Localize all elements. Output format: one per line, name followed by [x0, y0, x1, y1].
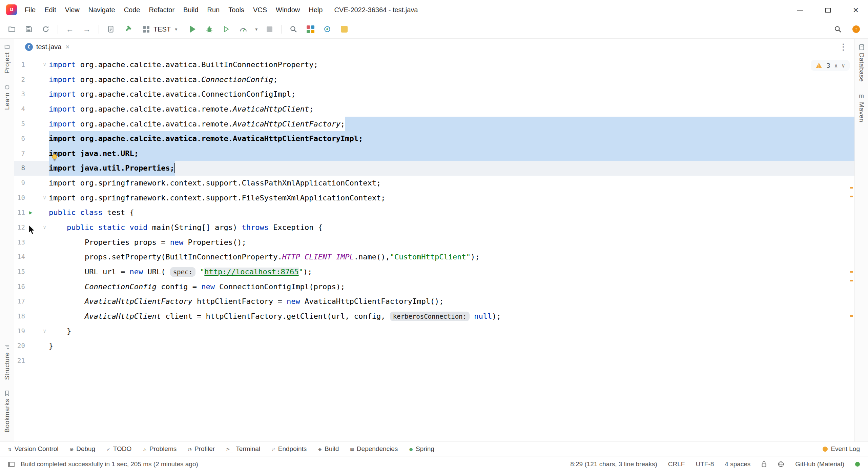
- code-line-6[interactable]: 6import org.apache.calcite.avatica.remot…: [14, 131, 854, 146]
- run-coverage-button[interactable]: [221, 24, 231, 34]
- tool-button-spring[interactable]: ●Spring: [409, 445, 434, 453]
- code-text[interactable]: import org.apache.calcite.avatica.BuiltI…: [49, 57, 854, 72]
- event-log-button[interactable]: Event Log: [823, 445, 860, 453]
- tool-button-profiler[interactable]: ◔Profiler: [188, 445, 215, 453]
- fold-icon[interactable]: ∨: [43, 324, 46, 339]
- read-only-lock-icon[interactable]: [761, 461, 767, 468]
- code-line-5[interactable]: 5import org.apache.calcite.avatica.remot…: [14, 117, 854, 132]
- ide-settings-globe-icon[interactable]: [778, 461, 784, 468]
- code-editor[interactable]: 1∨import org.apache.calcite.avatica.Buil…: [14, 55, 854, 441]
- tool-button-version-control[interactable]: ⇅Version Control: [8, 445, 59, 453]
- warning-mark[interactable]: [850, 271, 853, 273]
- code-text[interactable]: import java.util.Properties;: [49, 161, 854, 176]
- fold-icon[interactable]: ∨: [43, 57, 46, 72]
- run-configuration-select[interactable]: TEST ▾: [140, 24, 181, 35]
- menu-build[interactable]: Build: [179, 4, 203, 16]
- code-text[interactable]: public class test {: [49, 205, 854, 220]
- minimize-button[interactable]: [795, 10, 806, 11]
- code-line-14[interactable]: 14 props.setProperty(BuiltInConnectionPr…: [14, 250, 854, 264]
- code-text[interactable]: AvaticaHttpClient client = httpClientFac…: [49, 309, 854, 324]
- code-line-1[interactable]: 1∨import org.apache.calcite.avatica.Buil…: [14, 57, 854, 72]
- update-available-icon[interactable]: ↑: [851, 24, 861, 34]
- menu-run[interactable]: Run: [203, 4, 224, 16]
- code-line-15[interactable]: 15 URL url = new URL( spec: "http://loca…: [14, 264, 854, 279]
- code-text[interactable]: import org.apache.calcite.avatica.Connec…: [49, 87, 854, 102]
- sync-icon[interactable]: [41, 24, 51, 34]
- fold-icon[interactable]: ∨: [43, 191, 46, 205]
- code-line-11[interactable]: 11▶public class test {: [14, 205, 854, 220]
- code-line-17[interactable]: 17 AvaticaHttpClientFactory httpClientFa…: [14, 294, 854, 309]
- code-line-8[interactable]: 8import java.util.Properties;: [14, 161, 854, 176]
- tab-close-icon[interactable]: ×: [65, 43, 69, 51]
- menu-view[interactable]: View: [61, 4, 84, 16]
- code-text[interactable]: AvaticaHttpClientFactory httpClientFacto…: [49, 294, 854, 309]
- code-line-4[interactable]: 4import org.apache.calcite.avatica.remot…: [14, 102, 854, 117]
- menu-code[interactable]: Code: [120, 4, 145, 16]
- tool-button-debug[interactable]: ◉Debug: [70, 445, 96, 453]
- code-line-19[interactable]: 19∨ }: [14, 324, 854, 339]
- code-text[interactable]: }: [49, 338, 854, 353]
- code-line-9[interactable]: 9import org.springframework.context.supp…: [14, 176, 854, 191]
- tool-button-todo[interactable]: ✓TODO: [107, 445, 131, 453]
- load-changes-icon[interactable]: [106, 24, 116, 34]
- profiler-button[interactable]: [238, 24, 248, 34]
- search-icon[interactable]: [833, 24, 843, 34]
- menu-help[interactable]: Help: [304, 4, 327, 16]
- warning-mark[interactable]: [850, 196, 853, 197]
- close-button[interactable]: ×: [850, 5, 861, 15]
- error-stripe[interactable]: [849, 55, 854, 441]
- save-all-icon[interactable]: [24, 24, 34, 34]
- plugins-icon[interactable]: [305, 24, 315, 34]
- menu-edit[interactable]: Edit: [40, 4, 60, 16]
- code-text[interactable]: }: [49, 324, 854, 339]
- code-text[interactable]: import org.springframework.context.suppo…: [49, 176, 854, 191]
- tool-button-learn[interactable]: Learn: [3, 84, 11, 110]
- search-everywhere-icon[interactable]: [288, 24, 298, 34]
- code-text[interactable]: Properties props = new Properties();: [49, 235, 854, 250]
- editor-options-icon[interactable]: ⋮: [839, 42, 848, 52]
- status-message[interactable]: Build completed successfully in 1 sec, 2…: [21, 460, 198, 468]
- menu-vcs[interactable]: VCS: [249, 4, 271, 16]
- profiler-chevron-icon[interactable]: ▾: [255, 26, 257, 32]
- code-line-2[interactable]: 2import org.apache.calcite.avatica.Conne…: [14, 72, 854, 87]
- tool-button-problems[interactable]: ⚠Problems: [143, 445, 177, 453]
- code-text[interactable]: import org.apache.calcite.avatica.remote…: [49, 102, 854, 117]
- indent-widget[interactable]: 4 spaces: [725, 460, 750, 468]
- tool-button-database[interactable]: Database: [858, 44, 865, 82]
- code-text[interactable]: props.setProperty(BuiltInConnectionPrope…: [49, 250, 854, 264]
- tool-button-terminal[interactable]: >_Terminal: [226, 445, 260, 453]
- learn-features-icon[interactable]: [339, 24, 349, 34]
- warning-mark[interactable]: [850, 187, 853, 189]
- menu-file[interactable]: File: [20, 4, 40, 16]
- code-line-3[interactable]: 3import org.apache.calcite.avatica.Conne…: [14, 87, 854, 102]
- menu-navigate[interactable]: Navigate: [84, 4, 120, 16]
- tool-button-structure[interactable]: Structure: [3, 344, 11, 380]
- next-problem-icon[interactable]: ∨: [842, 62, 845, 69]
- code-text[interactable]: ConnectionConfig config = new Connection…: [49, 279, 854, 294]
- tool-button-bookmarks[interactable]: Bookmarks: [3, 391, 11, 433]
- tool-button-dependencies[interactable]: ▦Dependencies: [350, 445, 398, 453]
- tab-test-java[interactable]: C test.java ×: [20, 39, 75, 55]
- code-text[interactable]: import org.apache.calcite.avatica.Connec…: [49, 72, 854, 87]
- commit-icon[interactable]: [322, 24, 332, 34]
- tool-button-maven[interactable]: m Maven: [858, 93, 865, 122]
- code-text[interactable]: import java.net.URL;: [49, 146, 854, 161]
- code-line-12[interactable]: 12▶∨ public static void main(String[] ar…: [14, 220, 854, 235]
- code-text[interactable]: import org.springframework.context.suppo…: [49, 191, 854, 205]
- inspections-widget[interactable]: 3 ∧ ∨: [811, 60, 850, 71]
- maximize-button[interactable]: [823, 8, 833, 13]
- stop-button[interactable]: [264, 24, 274, 34]
- tool-button-project[interactable]: Project: [3, 44, 11, 74]
- caret-position-widget[interactable]: 8:29 (121 chars, 3 line breaks): [570, 460, 657, 468]
- code-line-13[interactable]: 13 Properties props = new Properties();: [14, 235, 854, 250]
- tool-button-build[interactable]: ◆Build: [318, 445, 339, 453]
- fold-icon[interactable]: ∨: [43, 220, 46, 235]
- previous-problem-icon[interactable]: ∧: [834, 62, 838, 69]
- forward-icon[interactable]: →: [82, 24, 92, 34]
- run-gutter-icon[interactable]: ▶: [29, 205, 33, 220]
- code-text[interactable]: public static void main(String[] args) t…: [49, 220, 854, 235]
- code-line-10[interactable]: 10∨import org.springframework.context.su…: [14, 191, 854, 205]
- encoding-widget[interactable]: UTF-8: [696, 460, 714, 468]
- warning-mark[interactable]: [850, 280, 853, 281]
- back-icon[interactable]: ←: [65, 24, 75, 34]
